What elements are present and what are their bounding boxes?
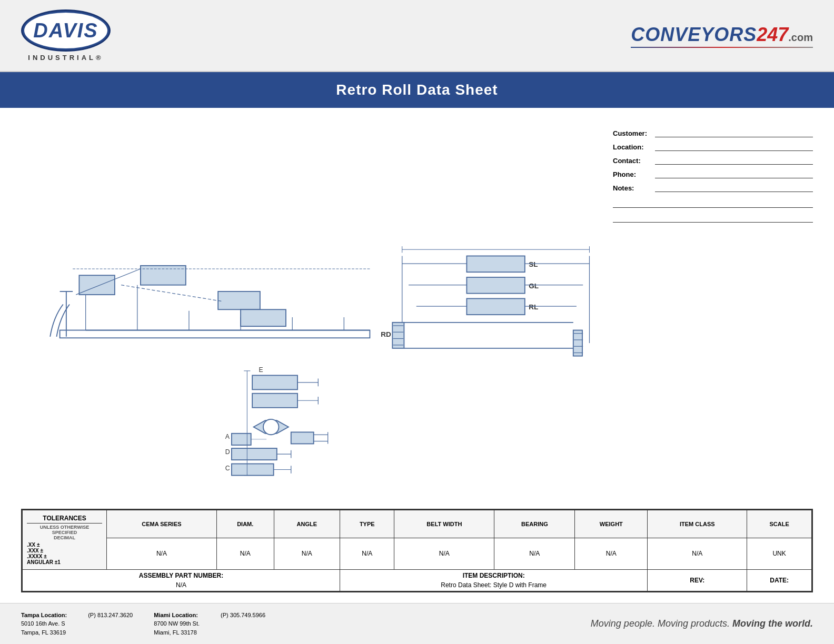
customer-line (655, 129, 813, 137)
item-desc-value: Retro Data Sheet: Style D with Frame (344, 581, 643, 589)
industrial-text: INDUSTRIAL® (28, 54, 103, 62)
diam-header: DIAM. (216, 510, 274, 538)
svg-rect-6 (241, 309, 286, 326)
customer-row: Customer: (613, 129, 813, 137)
svg-text:A: A (225, 433, 230, 440)
tampa-phone-label: (P) (88, 612, 96, 618)
svg-rect-68 (232, 464, 274, 475)
page-footer: Tampa Location: 5010 16th Ave. STampa, F… (0, 603, 834, 645)
conveyors-com: .com (788, 32, 813, 44)
svg-rect-3 (79, 275, 114, 295)
notes-extra-1 (613, 197, 813, 208)
svg-rect-57 (232, 434, 251, 445)
notes-row: Notes: (613, 184, 813, 192)
bearing-value: N/A (494, 538, 575, 569)
drawing-svg: SL GL RL (21, 124, 602, 498)
rev-label: REV: (652, 577, 742, 584)
svg-text:RL: RL (529, 303, 538, 311)
svg-text:SL: SL (529, 260, 538, 268)
item-class-value: N/A (648, 538, 747, 569)
data-table-wrapper: TOLERANCES Unless Otherwise SpecifiedDec… (21, 509, 813, 592)
location-line (655, 143, 813, 151)
svg-rect-4 (141, 266, 186, 285)
tolerances-header: TOLERANCES Unless Otherwise SpecifiedDec… (23, 510, 107, 569)
svg-text:RD: RD (381, 330, 391, 338)
main-content: SL GL RL (0, 108, 834, 603)
miami-phone-number: 305.749.5966 (230, 612, 265, 618)
date-label: DATE: (751, 577, 807, 584)
svg-rect-64 (232, 448, 277, 460)
assembly-label: ASSEMBLY PART NUMBER: (27, 572, 335, 579)
customer-info: Customer: Location: Contact: Phone: Note… (613, 129, 813, 223)
svg-rect-48 (252, 375, 297, 389)
svg-text:E: E (259, 366, 263, 374)
footer-slogan: Moving people. Moving products. Moving t… (591, 618, 813, 629)
weight-value: N/A (575, 538, 648, 569)
weight-header: WEIGHT (575, 510, 648, 538)
scale-value: UNK (747, 538, 812, 569)
miami-address: 8700 NW 99th St.Miami, FL 33178 (154, 620, 200, 636)
tampa-title: Tampa Location: (21, 612, 67, 618)
svg-rect-34 (573, 330, 582, 356)
svg-rect-27 (466, 298, 524, 315)
conveyors-247: 247 (757, 24, 788, 46)
table-bottom-row: ASSEMBLY PART NUMBER: N/A ITEM DESCRIPTI… (23, 569, 812, 591)
phone-line (655, 170, 813, 178)
miami-phone-label: (P) (221, 612, 229, 618)
location-label: Location: (613, 143, 655, 151)
miami-phone: (P) 305.749.5966 (221, 611, 265, 637)
date-cell: DATE: (747, 569, 812, 591)
page-title: Retro Roll Data Sheet (9, 82, 825, 98)
extra-notes-lines (613, 197, 813, 223)
tampa-phone: (P) 813.247.3620 (88, 611, 133, 637)
tolerances-values: .XX ±.XXX ±.XXXX ±ANGULAR ±1 (27, 542, 102, 565)
slogan-part1: Moving people. Moving products. (591, 618, 732, 629)
table-values-row: N/A N/A N/A N/A N/A N/A N/A N/A UNK (23, 538, 812, 569)
technical-drawing: SL GL RL (21, 124, 602, 498)
angle-value: N/A (274, 538, 340, 569)
scale-header: SCALE (747, 510, 812, 538)
footer-locations: Tampa Location: 5010 16th Ave. STampa, F… (21, 611, 265, 637)
svg-point-55 (263, 419, 279, 435)
conveyors-underline (631, 47, 813, 48)
angle-header: ANGLE (274, 510, 340, 538)
svg-rect-0 (60, 330, 370, 338)
table-header-row: TOLERANCES Unless Otherwise SpecifiedDec… (23, 510, 812, 538)
svg-rect-23 (466, 277, 524, 294)
davis-text: DAVIS (33, 19, 98, 42)
drawing-area: SL GL RL (21, 124, 813, 498)
contact-label: Contact: (613, 157, 655, 165)
bearing-header: BEARING (494, 510, 575, 538)
conveyors-name: CONVEYORS (631, 24, 757, 46)
item-desc-cell: ITEM DESCRIPTION: Retro Data Sheet: Styl… (340, 569, 648, 591)
davis-oval: DAVIS (21, 9, 111, 52)
phone-label: Phone: (613, 170, 655, 178)
phone-row: Phone: (613, 170, 813, 178)
belt-width-header: BELT WIDTH (394, 510, 494, 538)
tolerances-sub: Unless Otherwise SpecifiedDecimal (27, 525, 102, 540)
assembly-value: N/A (27, 581, 335, 589)
svg-rect-51 (252, 394, 297, 408)
svg-rect-39 (392, 323, 404, 348)
item-desc-label: ITEM DESCRIPTION: (344, 572, 643, 579)
tolerances-title: TOLERANCES (27, 515, 102, 524)
location-row: Location: (613, 143, 813, 151)
title-bar: Retro Roll Data Sheet (0, 72, 834, 108)
assembly-cell: ASSEMBLY PART NUMBER: N/A (23, 569, 340, 591)
customer-info-panel: Customer: Location: Contact: Phone: Note… (613, 124, 813, 498)
contact-line (655, 156, 813, 165)
customer-label: Customer: (613, 129, 655, 137)
svg-text:GL: GL (529, 282, 539, 290)
conveyors-logo: CONVEYORS 247 .com (631, 24, 813, 48)
conveyors-text-group: CONVEYORS 247 .com (631, 24, 813, 46)
tolerances-cell: TOLERANCES Unless Otherwise SpecifiedDec… (25, 512, 104, 567)
type-value: N/A (340, 538, 394, 569)
tampa-location: Tampa Location: 5010 16th Ave. STampa, F… (21, 611, 67, 637)
cema-value: N/A (107, 538, 217, 569)
item-class-header: ITEM CLASS (648, 510, 747, 538)
belt-width-value: N/A (394, 538, 494, 569)
davis-oval-inner: DAVIS (24, 13, 107, 48)
page-header: DAVIS INDUSTRIAL® CONVEYORS 247 .com (0, 0, 834, 72)
cema-header: CEMA SERIES (107, 510, 217, 538)
type-header: TYPE (340, 510, 394, 538)
